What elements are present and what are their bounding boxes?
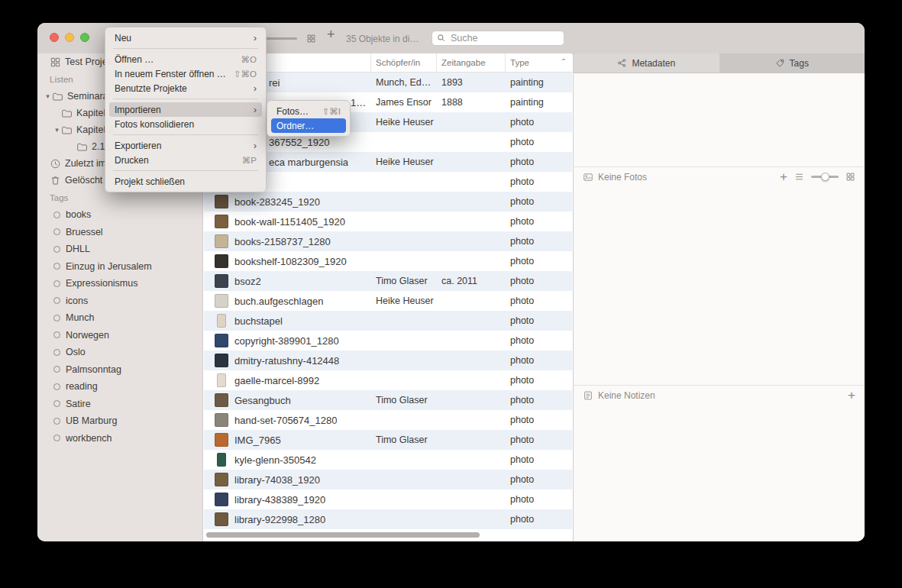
cell-title: dmitry-ratushny-412448 bbox=[204, 354, 371, 367]
slider-knob[interactable] bbox=[821, 173, 829, 181]
table-row[interactable]: book-283245_1920 photo bbox=[204, 192, 572, 212]
horizontal-scrollbar[interactable] bbox=[206, 532, 480, 538]
table-row[interactable]: buchstapel photo bbox=[204, 311, 572, 331]
disclosure-triangle-icon[interactable]: ▾ bbox=[44, 92, 52, 100]
table-row[interactable]: gaelle-marcel-8992 photo bbox=[204, 370, 572, 390]
table-row[interactable]: hand-set-705674_1280 photo bbox=[204, 410, 572, 430]
menu-shortcut: ⇧⌘I bbox=[322, 106, 341, 117]
table-row[interactable]: IMG_7965 Timo Glaser photo bbox=[204, 430, 572, 450]
search-input[interactable] bbox=[449, 32, 559, 44]
photo-icon bbox=[583, 172, 593, 183]
note-panel-header: Keine Notizen + bbox=[574, 385, 865, 405]
photos-empty-label: Keine Fotos bbox=[598, 172, 647, 183]
menu-item[interactable]: › bbox=[109, 95, 262, 102]
cell-type: photo bbox=[506, 395, 572, 405]
add-item-button[interactable]: + bbox=[327, 27, 335, 41]
tab-tags[interactable]: Tags bbox=[719, 53, 865, 73]
table-row[interactable]: copyright-389901_1280 photo bbox=[204, 331, 572, 351]
add-note-button[interactable]: + bbox=[848, 390, 855, 401]
inspector-panel: Metadaten Tags Keine Fotos + bbox=[573, 53, 865, 541]
table-row[interactable]: book-wall-1151405_1920 photo bbox=[204, 212, 572, 231]
sidebar-tag-item[interactable]: Einzug in Jerusalem bbox=[37, 258, 202, 276]
table-row[interactable]: buch.aufgeschlagen Heike Heuser photo bbox=[204, 291, 572, 311]
cell-creator: Timo Glaser bbox=[371, 276, 437, 286]
table-row[interactable]: bookshelf-1082309_1920 photo bbox=[204, 251, 572, 271]
sidebar-tag-item[interactable]: icons bbox=[37, 292, 202, 310]
table-row[interactable]: library-74038_1920 photo bbox=[204, 470, 572, 489]
sidebar-tag-item[interactable]: Expressionismus bbox=[37, 275, 202, 292]
menu-item[interactable]: In neuem Fenster öffnen … ⇧⌘O › bbox=[109, 66, 262, 81]
trash-icon bbox=[50, 175, 61, 186]
cell-title: hand-set-705674_1280 bbox=[204, 413, 371, 427]
sidebar-tag-item[interactable]: Palmsonntag bbox=[37, 361, 202, 379]
tag-color-dot bbox=[53, 366, 60, 373]
cell-creator: Heike Heuser bbox=[371, 117, 437, 128]
table-row[interactable]: kyle-glenn-350542 photo bbox=[204, 450, 572, 470]
sidebar-tag-item[interactable]: UB Marburg bbox=[37, 412, 202, 430]
menu-item[interactable]: Fotos konsolidieren › bbox=[109, 117, 262, 131]
menu-item[interactable]: › bbox=[109, 131, 262, 138]
column-header-date[interactable]: Zeitangabe bbox=[437, 53, 506, 72]
menu-item[interactable]: Importieren › bbox=[109, 102, 262, 117]
sidebar-tag-item[interactable]: Bruessel bbox=[37, 224, 202, 241]
sidebar-tag-item[interactable]: Oslo bbox=[37, 344, 202, 361]
menu-item[interactable]: › bbox=[109, 45, 262, 52]
menu-item[interactable]: › bbox=[109, 167, 262, 174]
sidebar-tag-item[interactable]: Munch bbox=[37, 309, 202, 327]
submenu-arrow-icon: › bbox=[254, 141, 257, 150]
folder-icon bbox=[76, 141, 88, 153]
menu-shortcut: ⌘P bbox=[242, 155, 257, 166]
trash-label: Gelöscht bbox=[65, 175, 102, 186]
project-context-menu: Neu › › Öffnen … ⌘O › bbox=[105, 27, 267, 192]
sidebar-tag-item[interactable]: Satire bbox=[37, 396, 202, 413]
search-icon bbox=[437, 34, 446, 43]
menu-item[interactable]: Benutzte Projekte › bbox=[109, 81, 262, 95]
sidebar-tag-item[interactable]: reading bbox=[37, 378, 202, 396]
menu-item[interactable]: Neu › bbox=[109, 31, 262, 45]
thumbnail-size-slider[interactable] bbox=[263, 37, 297, 40]
cell-title: buchstapel bbox=[204, 314, 371, 328]
cell-title: bsoz2 bbox=[204, 274, 371, 288]
grid-view-icon[interactable] bbox=[306, 33, 316, 47]
table-row[interactable]: dmitry-ratushny-412448 photo bbox=[204, 351, 572, 370]
minimize-button[interactable] bbox=[65, 33, 74, 42]
table-row[interactable]: bsoz2 Timo Glaser ca. 2011 photo bbox=[204, 271, 572, 291]
cell-type: photo bbox=[506, 157, 572, 167]
menu-item[interactable]: Projekt schließen › bbox=[109, 174, 262, 189]
cell-type: photo bbox=[506, 355, 572, 366]
sidebar-tag-item[interactable]: DHLL bbox=[37, 241, 202, 258]
tab-metadata[interactable]: Metadaten bbox=[574, 53, 719, 73]
close-button[interactable] bbox=[50, 33, 59, 42]
tag-icon bbox=[775, 58, 785, 68]
table-row[interactable]: books-2158737_1280 photo bbox=[204, 231, 572, 251]
cell-type: photo bbox=[506, 276, 572, 286]
disclosure-triangle-icon[interactable]: ▾ bbox=[53, 126, 61, 134]
sidebar-tag-item[interactable]: Norwegen bbox=[37, 327, 202, 344]
photo-size-slider[interactable] bbox=[811, 176, 839, 178]
cell-type: painting bbox=[506, 77, 572, 88]
submenu-item[interactable]: Fotos… ⇧⌘I › bbox=[271, 104, 346, 118]
column-header-type[interactable]: Type ˆ bbox=[506, 53, 572, 72]
sidebar-tag-item[interactable]: books bbox=[37, 206, 202, 224]
list-view-icon[interactable] bbox=[794, 172, 804, 182]
cell-type: photo bbox=[506, 176, 572, 187]
search-field[interactable] bbox=[432, 31, 564, 46]
submenu-item[interactable]: Ordner… › bbox=[271, 118, 346, 133]
add-photo-button[interactable]: + bbox=[780, 172, 787, 183]
tag-color-dot bbox=[53, 263, 60, 270]
table-row[interactable]: library-922998_1280 photo bbox=[204, 509, 572, 529]
table-row[interactable]: Gesangbuch Timo Glaser photo bbox=[204, 390, 572, 410]
screen: + 35 Objekte in di… Test Projekt Listen … bbox=[0, 0, 902, 588]
objects-count-label: 35 Objekte in di… bbox=[346, 34, 422, 44]
menu-item[interactable]: Exportieren › bbox=[109, 138, 262, 153]
zoom-button[interactable] bbox=[80, 33, 89, 42]
table-row[interactable]: library-438389_1920 photo bbox=[204, 489, 572, 509]
grid-view-icon[interactable] bbox=[845, 172, 855, 182]
column-header-creator[interactable]: Schöpfer/in bbox=[371, 53, 437, 72]
sidebar-tag-item[interactable]: workbench bbox=[37, 430, 202, 447]
import-submenu: Fotos… ⇧⌘I › Ordner… › bbox=[267, 100, 351, 137]
menu-item[interactable]: Öffnen … ⌘O › bbox=[109, 52, 262, 66]
clock-icon bbox=[50, 158, 61, 170]
tag-color-dot bbox=[53, 246, 60, 253]
menu-item[interactable]: Drucken ⌘P › bbox=[109, 153, 262, 167]
